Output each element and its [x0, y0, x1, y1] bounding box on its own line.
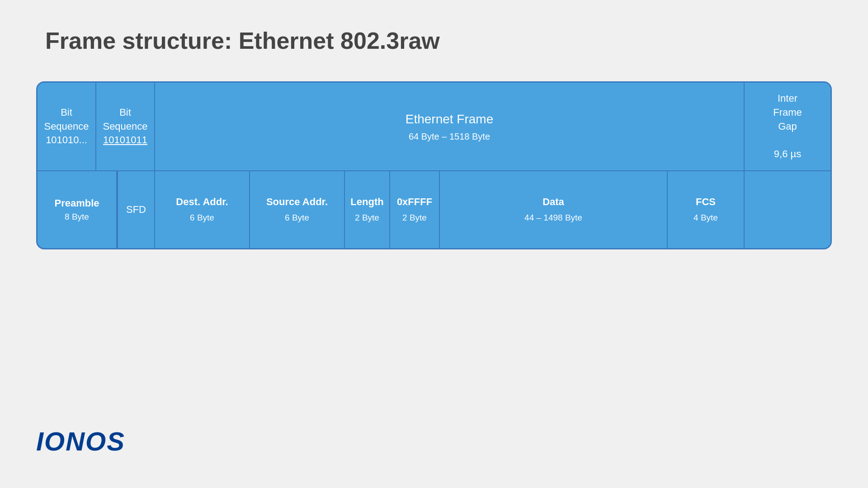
dest-addr-cell: Dest. Addr. 6 Byte — [155, 171, 250, 248]
bit-sequence-1-line2: Sequence — [44, 120, 89, 134]
ifg-top-line2: Frame — [773, 106, 802, 120]
data-size: 44 – 1498 Byte — [524, 212, 582, 224]
source-addr-size: 6 Byte — [285, 212, 309, 224]
logo-text: IONOS — [36, 426, 125, 456]
length-cell: Length 2 Byte — [345, 171, 390, 248]
oxffff-cell: 0xFFFF 2 Byte — [390, 171, 440, 248]
page-title: Frame structure: Ethernet 802.3raw — [45, 27, 440, 54]
preamble-size: 8 Byte — [65, 212, 89, 222]
bit-sequence-2-cell: Bit Sequence 10101011 — [96, 83, 155, 170]
preamble-sfd-wrapper: Preamble 8 Byte SFD — [38, 171, 155, 248]
preamble-label: Preamble — [54, 197, 99, 209]
length-size: 2 Byte — [355, 212, 379, 224]
sfd-label: SFD — [126, 204, 146, 216]
ifg-bottom-cell — [745, 171, 830, 248]
bit-sequence-2-line1: Bit — [119, 106, 131, 120]
fcs-size: 4 Byte — [693, 212, 718, 224]
top-row: Bit Sequence 101010... Bit Sequence 1010… — [38, 83, 830, 171]
ifg-top-line3: Gap — [778, 120, 797, 134]
dest-addr-label: Dest. Addr. — [176, 195, 228, 209]
bit-sequence-1-cell: Bit Sequence 101010... — [38, 83, 96, 170]
bit-sequence-1-line1: Bit — [61, 106, 72, 120]
ifg-top-size: 9,6 µs — [774, 147, 801, 161]
ethernet-frame-label: Ethernet Frame — [406, 110, 494, 128]
oxffff-label: 0xFFFF — [397, 195, 432, 209]
ethernet-frame-size: 64 Byte – 1518 Byte — [409, 130, 490, 143]
source-addr-cell: Source Addr. 6 Byte — [250, 171, 345, 248]
fcs-cell: FCS 4 Byte — [668, 171, 745, 248]
preamble-cell: Preamble 8 Byte — [38, 171, 117, 248]
ifg-top-line1: Inter — [778, 92, 797, 106]
bottom-row: Preamble 8 Byte SFD Dest. Addr. 6 Byte S… — [38, 171, 830, 248]
data-cell: Data 44 – 1498 Byte — [440, 171, 668, 248]
dest-addr-size: 6 Byte — [190, 212, 214, 224]
ifg-top-cell: Inter Frame Gap 9,6 µs — [745, 83, 830, 170]
source-addr-label: Source Addr. — [266, 195, 328, 209]
bit-sequence-2-line2: Sequence — [103, 120, 147, 134]
frame-diagram: Bit Sequence 101010... Bit Sequence 1010… — [36, 81, 832, 249]
length-label: Length — [350, 195, 383, 209]
data-label: Data — [542, 195, 564, 209]
logo: IONOS — [36, 426, 125, 456]
fcs-label: FCS — [696, 195, 716, 209]
oxffff-size: 2 Byte — [402, 212, 427, 224]
bit-sequence-2-line3: 10101011 — [103, 133, 147, 147]
bit-sequence-1-line3: 101010... — [46, 133, 87, 147]
sfd-cell: SFD — [118, 171, 154, 248]
ethernet-frame-cell: Ethernet Frame 64 Byte – 1518 Byte — [155, 83, 745, 170]
